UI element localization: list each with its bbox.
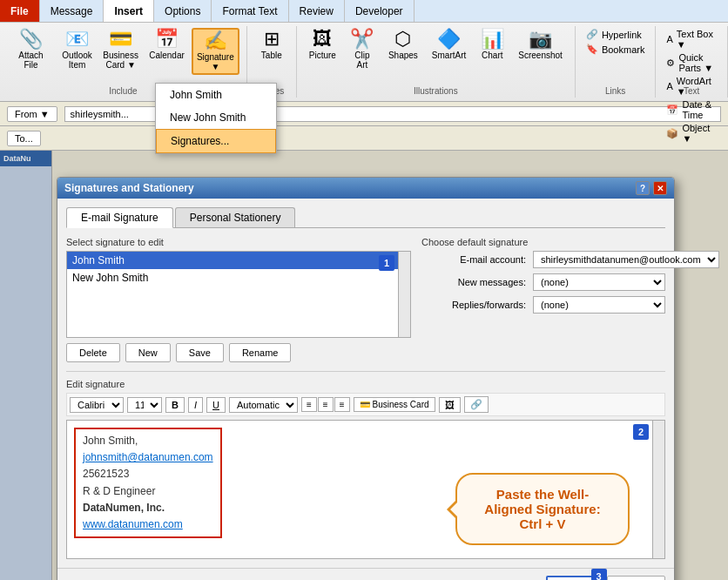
text-box-item[interactable]: A Text Box ▼ [663, 28, 720, 51]
step1-badge: 1 [379, 255, 394, 271]
to-button[interactable]: To... [7, 131, 41, 146]
dropdown-signatures[interactable]: Signatures... [156, 129, 276, 153]
new-button[interactable]: New [125, 343, 171, 362]
tab-email-signature[interactable]: E-mail Signature [66, 207, 173, 228]
sig-name: John Smith, [83, 433, 213, 449]
signature-icon: ✍️ [204, 31, 227, 51]
ribbon-group-text: A Text Box ▼ ⚙ Quick Parts ▼ A WordArt ▼… [656, 26, 728, 98]
hyperlink-label: Hyperlink [602, 30, 642, 40]
dialog-left: Select signature to edit John Smith New … [66, 237, 411, 362]
sig-action-buttons: Delete New Save Rename [66, 343, 411, 362]
sig-company: DataNumen, Inc. [83, 500, 213, 516]
outlook-item-label: OutlookItem [62, 51, 91, 70]
outlook-item-button[interactable]: 📧 OutlookItem [58, 28, 96, 71]
titlebar-buttons: ? ✕ [636, 181, 667, 195]
dropdown-new-john-smith[interactable]: New John Smith [156, 106, 276, 129]
object-item[interactable]: 📦 Object ▼ [663, 122, 720, 145]
delete-button[interactable]: Delete [66, 343, 120, 362]
close-button[interactable]: ✕ [653, 181, 667, 195]
new-messages-row: New messages: (none) [421, 273, 665, 291]
italic-button[interactable]: I [188, 397, 203, 413]
replies-select[interactable]: (none) [533, 296, 665, 314]
cancel-button[interactable]: Cancel [607, 576, 665, 580]
tab-review[interactable]: Review [289, 0, 345, 22]
dialog-tab-bar: E-mail Signature Personal Stationery [66, 207, 665, 228]
outlook-item-icon: 📧 [65, 30, 89, 49]
table-icon: ⊞ [264, 30, 280, 49]
email-to-bar: To... [0, 126, 728, 151]
business-card-button[interactable]: 💳 BusinessCard ▼ [99, 28, 142, 71]
tab-personal-stationery[interactable]: Personal Stationery [175, 207, 296, 227]
tab-message[interactable]: Message [40, 0, 104, 22]
sig-website: www.datanumen.com [83, 516, 213, 533]
quick-parts-item[interactable]: ⚙ Quick Parts ▼ [663, 51, 720, 74]
font-size-select[interactable]: 11 [127, 397, 162, 413]
rename-button[interactable]: Rename [229, 343, 292, 362]
font-select[interactable]: Calibri [70, 397, 124, 413]
shapes-button[interactable]: ⬡ Shapes [383, 28, 423, 62]
picture-button[interactable]: 🖼 Picture [304, 28, 341, 62]
sig-content: John Smith, johnsmith@datanumen.com 2562… [83, 433, 213, 533]
tab-format-text[interactable]: Format Text [212, 0, 288, 22]
align-center-button[interactable]: ≡ [318, 397, 334, 412]
clip-art-icon: ✂️ [350, 30, 374, 49]
chart-label: Chart [482, 51, 502, 60]
attach-file-button[interactable]: 📎 Attach File [7, 28, 55, 71]
replies-row: Replies/forwards: (none) [421, 296, 665, 314]
sig-list-scrollbar[interactable] [398, 252, 410, 337]
object-label: Object ▼ [682, 123, 717, 144]
calendar-icon: 📅 [155, 30, 179, 49]
dropdown-john-smith[interactable]: John Smith [156, 84, 276, 106]
account-row: E-mail account: shirleysmithdatanumen@ou… [421, 251, 665, 268]
account-select[interactable]: shirleysmithdatanumen@outlook.com [533, 251, 719, 268]
ribbon: File Message Insert Options Format Text … [0, 0, 728, 102]
editor-scrollbar[interactable] [652, 421, 664, 558]
sig-content-box: John Smith, johnsmith@datanumen.com 2562… [74, 428, 222, 538]
hyperlink-item[interactable]: 🔗 Hyperlink [583, 28, 645, 41]
illustrations-group-label: Illustrations [414, 86, 458, 96]
from-button[interactable]: From ▼ [7, 106, 57, 122]
help-button[interactable]: ? [636, 181, 650, 195]
align-buttons: ≡ ≡ ≡ [301, 397, 350, 412]
bold-button[interactable]: B [165, 397, 185, 413]
new-messages-select[interactable]: (none) [533, 273, 665, 291]
chart-icon: 📊 [481, 30, 504, 49]
ok-button[interactable]: OK 3 [546, 576, 599, 580]
hyperlink-icon: 🔗 [586, 29, 598, 40]
quick-parts-label: Quick Parts ▼ [678, 52, 717, 73]
color-select[interactable]: Automatic [229, 397, 298, 413]
tab-options[interactable]: Options [154, 0, 212, 22]
business-card-icon: 💳 [109, 30, 132, 49]
business-card-label-toolbar: Business Card [373, 400, 429, 409]
align-left-button[interactable]: ≡ [301, 397, 317, 412]
insert-picture-button[interactable]: 🖼 [439, 397, 461, 413]
sig-item-new-john-smith[interactable]: New John Smith [67, 269, 410, 287]
screenshot-button[interactable]: 📷 Screenshot [513, 28, 568, 62]
business-card-button-toolbar[interactable]: 💳 Business Card [354, 397, 435, 412]
speech-bubble: Paste the Well-Aligned Signature: Ctrl +… [455, 473, 630, 545]
ribbon-group-illustrations: 🖼 Picture ✂️ ClipArt ⬡ Shapes 🔷 SmartArt… [297, 26, 576, 98]
tab-file[interactable]: File [0, 0, 40, 22]
clip-art-button[interactable]: ✂️ ClipArt [345, 28, 380, 71]
insert-link-button[interactable]: 🔗 [464, 396, 489, 413]
underline-button[interactable]: U [206, 397, 226, 413]
table-button[interactable]: ⊞ Table [254, 28, 289, 62]
bookmark-item[interactable]: 🔖 Bookmark [583, 43, 649, 56]
signature-list-box[interactable]: John Smith New John Smith 1 [66, 251, 411, 338]
attach-file-icon: 📎 [19, 30, 43, 49]
sig-editor[interactable]: John Smith, johnsmith@datanumen.com 2562… [66, 420, 665, 559]
smartart-button[interactable]: 🔷 SmartArt [427, 28, 471, 62]
signature-button[interactable]: ✍️ Signature▼ [192, 28, 239, 75]
calendar-label: Calendar [149, 51, 185, 60]
email-from-bar: From ▼ [0, 102, 728, 126]
save-button[interactable]: Save [176, 343, 224, 362]
sig-item-john-smith[interactable]: John Smith [67, 252, 410, 269]
tab-insert[interactable]: Insert [104, 0, 154, 22]
align-right-button[interactable]: ≡ [334, 397, 350, 412]
step3-badge: 3 [591, 569, 607, 580]
date-time-item[interactable]: 📅 Date & Time [663, 98, 720, 121]
new-messages-label: New messages: [421, 277, 526, 287]
tab-developer[interactable]: Developer [345, 0, 415, 22]
chart-button[interactable]: 📊 Chart [475, 28, 509, 62]
calendar-button[interactable]: 📅 Calendar [145, 28, 188, 62]
